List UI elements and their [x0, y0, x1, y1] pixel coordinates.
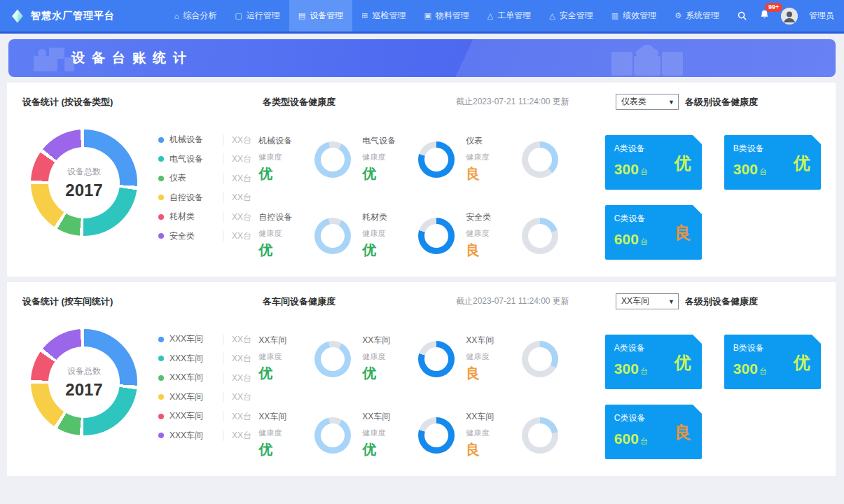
gauge-grade: 优	[258, 164, 314, 183]
gauge-name: XX车间	[258, 335, 314, 346]
gauge-grade: 良	[466, 364, 522, 383]
legend-name: 耗材类	[170, 211, 223, 223]
gauge-ring	[314, 141, 351, 178]
legend-name: 机械设备	[170, 134, 223, 146]
legend-name: XXX车间	[170, 410, 223, 422]
nav-item-analysis[interactable]: ⌂ 综合分析	[165, 0, 226, 31]
update-timestamp: 截止2023-07-21 11:24:00 更新	[456, 96, 616, 108]
grade-cards: A类设备 300 台 优 B类设备 300 台 优 C类设备 600 台 良	[605, 130, 836, 260]
legend-item: 耗材类 XX台	[158, 211, 251, 223]
nav-item-workorder[interactable]: △ 工单管理	[478, 0, 540, 31]
legend-dot	[158, 137, 164, 143]
grade-card: C类设备 600 台 良	[605, 405, 702, 459]
gauge-health-label: 健康度	[362, 428, 418, 438]
donut-legend: XXX车间 XX台 XXX车间 XX台 XXX车间 XX台 XXX车间 XX台 …	[158, 333, 251, 459]
select-value: 仪表类	[621, 96, 646, 108]
gauge-text: 电气设备 健康度 优	[362, 135, 418, 183]
gauge-text: XX车间 健康度 优	[258, 411, 314, 459]
card-count: 600	[614, 430, 639, 447]
legend-dot	[158, 337, 164, 342]
card-unit: 台	[640, 366, 648, 377]
notification-bell[interactable]: 99+	[759, 9, 770, 23]
gauge-health-label: 健康度	[466, 351, 522, 362]
gauge-text: 耗材类 健康度 优	[362, 211, 418, 260]
legend-value: XX台	[223, 411, 251, 422]
app-logo[interactable]: 智慧水厂管理平台	[10, 8, 115, 24]
gauge-health-label: 健康度	[258, 152, 314, 162]
legend-item: 电气设备 XX台	[158, 153, 251, 165]
legend-dot	[158, 433, 164, 438]
grade-cards: A类设备 300 台 优 B类设备 300 台 优 C类设备 600 台 良	[605, 329, 836, 459]
stats-panel: 设备统计 (按车间统计) 各车间设备健康度 截止2023-07-21 11:24…	[7, 282, 836, 476]
nav-item-material[interactable]: ▣ 物料管理	[415, 0, 478, 31]
gauge-text: 自控设备 健康度 优	[258, 211, 314, 260]
category-select[interactable]: 仪表类 ▼	[616, 94, 679, 110]
nav-item-inspection[interactable]: ⊞ 巡检管理	[352, 0, 415, 31]
legend-value: XX台	[223, 334, 251, 345]
nav-item-system[interactable]: ⚙ 系统管理	[665, 0, 728, 31]
username-label[interactable]: 管理员	[809, 10, 834, 22]
grade-card: B类设备 300 台 优	[724, 335, 821, 389]
gauge-text: XX车间 健康度 优	[362, 411, 418, 459]
monitor-icon: ▢	[235, 11, 242, 20]
gauge-grade: 良	[466, 440, 522, 459]
gauge-name: 安全类	[466, 211, 522, 223]
gauge-grade: 良	[466, 164, 522, 183]
nav-menu: ⌂ 综合分析 ▢ 运行管理 ▤ 设备管理 ⊞ 巡检管理 ▣ 物料管理 △ 工单管…	[165, 0, 728, 31]
legend-value: XX台	[223, 230, 251, 241]
grade-group-title: 各级别设备健康度	[685, 96, 758, 108]
legend-item: XXX车间 XX台	[158, 410, 251, 422]
nav-item-safety[interactable]: △ 安全管理	[540, 0, 602, 31]
legend-value: XX台	[223, 372, 251, 384]
card-count: 300	[733, 161, 758, 178]
search-icon[interactable]	[735, 10, 748, 22]
donut-zone: 设备总数 2017 机械设备 XX台 电气设备 XX台 仪表 XX台 自控设备 …	[22, 130, 258, 260]
legend-item: XXX车间 XX台	[158, 372, 251, 384]
gauge-text: XX车间 健康度 良	[466, 335, 522, 383]
gauge-name: XX车间	[466, 335, 522, 346]
gauge-ring	[314, 417, 351, 454]
legend-value: XX台	[223, 153, 251, 164]
legend-dot	[158, 214, 164, 220]
donut-center-value: 2017	[65, 380, 102, 400]
gauge-grid: XX车间 健康度 优 XX车间 健康度 优 XX车间 健康度 良 XX车间 健康…	[258, 329, 605, 459]
device-icon: ▤	[298, 11, 305, 20]
banner-machine-illustration-center	[607, 42, 691, 77]
stats-panel: 设备统计 (按设备类型) 各类型设备健康度 截止2023-07-21 11:24…	[7, 83, 836, 276]
legend-item: XXX车间 XX台	[158, 430, 251, 442]
donut-legend: 机械设备 XX台 电气设备 XX台 仪表 XX台 自控设备 XX台 耗材类 XX…	[158, 134, 251, 260]
nav-item-operation[interactable]: ▢ 运行管理	[226, 0, 289, 31]
donut-zone: 设备总数 2017 XXX车间 XX台 XXX车间 XX台 XXX车间 XX台 …	[22, 329, 258, 459]
card-grade: 良	[674, 222, 691, 244]
nav-item-performance[interactable]: ▥ 绩效管理	[602, 0, 665, 31]
legend-value: XX台	[223, 173, 251, 184]
card-grade: 优	[794, 152, 810, 174]
legend-dot	[158, 394, 164, 400]
gauge-name: XX车间	[362, 411, 418, 423]
donut-chart: 设备总数 2017	[31, 130, 137, 236]
legend-item: XXX车间 XX台	[158, 391, 251, 403]
category-select[interactable]: XX车间 ▼	[616, 293, 679, 309]
card-grade: 优	[674, 152, 691, 174]
user-avatar[interactable]	[781, 8, 798, 24]
legend-dot	[158, 414, 164, 419]
nav-item-label: 绩效管理	[623, 10, 656, 22]
legend-dot	[158, 356, 164, 361]
gauge-name: 电气设备	[362, 135, 418, 147]
gauge-text: XX车间 健康度 优	[258, 335, 314, 383]
legend-name: 自控设备	[170, 192, 223, 204]
gauge-grade: 优	[258, 440, 314, 459]
gauge-text: 安全类 健康度 良	[466, 211, 522, 260]
legend-dot	[158, 233, 164, 239]
panel-header: 设备统计 (按设备类型) 各类型设备健康度 截止2023-07-21 11:24…	[22, 94, 836, 110]
health-gauge: 自控设备 健康度 优	[258, 211, 362, 260]
gauge-grade: 优	[258, 241, 314, 260]
gauge-health-label: 健康度	[258, 228, 314, 239]
nav-item-label: 工单管理	[497, 10, 531, 22]
nav-item-equipment[interactable]: ▤ 设备管理	[289, 0, 352, 31]
health-gauge: 耗材类 健康度 优	[362, 211, 466, 260]
gauge-name: 耗材类	[362, 211, 418, 223]
top-navigation-bar: 智慧水厂管理平台 ⌂ 综合分析 ▢ 运行管理 ▤ 设备管理 ⊞ 巡检管理 ▣ 物…	[0, 0, 844, 34]
gauge-name: XX车间	[258, 411, 314, 423]
logo-gem-icon	[10, 8, 25, 24]
